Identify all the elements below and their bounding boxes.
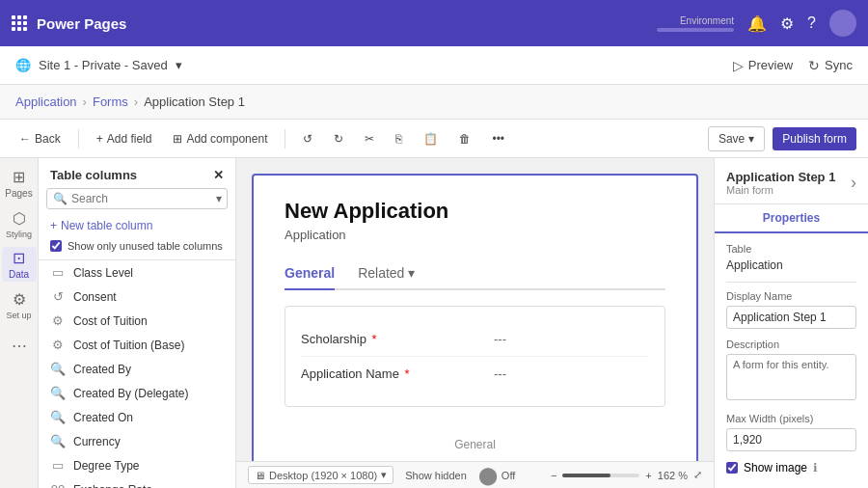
redo-button[interactable]: ↻ xyxy=(326,128,351,149)
breadcrumb-application[interactable]: Application xyxy=(15,95,77,109)
show-hidden-label: Show hidden xyxy=(405,470,467,481)
column-item-currency[interactable]: 🔍Currency xyxy=(39,429,235,453)
site-label[interactable]: Site 1 - Private - Saved xyxy=(39,58,168,72)
breadcrumb-current: Application Step 1 xyxy=(144,95,245,109)
form-tabs: General Related ▾ xyxy=(285,258,665,290)
column-item-degree_type[interactable]: ▭Degree Type xyxy=(39,453,235,477)
zoom-bar: − + 162 % ⤢ xyxy=(551,469,702,481)
apps-icon[interactable] xyxy=(12,15,27,31)
topbar: Power Pages Environment 🔔 ⚙ ? xyxy=(0,0,868,46)
zoom-plus-icon[interactable]: + xyxy=(645,470,651,481)
form-title: New Application xyxy=(285,199,665,224)
tab-related[interactable]: Related ▾ xyxy=(358,258,415,290)
bottom-bar: 🖥 Desktop (1920 × 1080) ▾ Show hidden ⬤ … xyxy=(236,461,714,488)
copy-button[interactable]: ⎘ xyxy=(388,128,410,149)
show-image-checkbox[interactable] xyxy=(726,462,738,474)
toolbar: ← Back + Add field ⊞ Add component ↺ ↻ ✂… xyxy=(0,120,868,158)
settings-icon[interactable]: ⚙ xyxy=(780,14,794,33)
display-name-input[interactable] xyxy=(726,306,856,329)
column-item-exchange_rate[interactable]: 00Exchange Rate xyxy=(39,477,235,488)
related-chevron-icon: ▾ xyxy=(408,265,415,281)
breadcrumb: Application › Forms › Application Step 1 xyxy=(0,85,868,120)
more-button[interactable]: ••• xyxy=(484,128,512,149)
expand-icon[interactable]: ⤢ xyxy=(693,469,702,481)
back-icon: ← xyxy=(19,132,31,146)
tab-properties[interactable]: Properties xyxy=(715,204,868,233)
col-icon-degree_type: ▭ xyxy=(50,458,66,473)
col-icon-created_by: 🔍 xyxy=(50,362,66,376)
add-field-icon: + xyxy=(96,132,103,146)
column-item-created_by[interactable]: 🔍Created By xyxy=(39,357,235,381)
paste-button[interactable]: 📋 xyxy=(416,128,446,149)
form-row-application-name: Application Name * --- xyxy=(301,357,649,391)
site-chevron[interactable]: ▾ xyxy=(176,58,182,72)
display-name-label: Display Name xyxy=(726,290,856,302)
col-icon-cost_of_tuition_base: ⚙ xyxy=(50,338,66,352)
column-item-cost_of_tuition[interactable]: ⚙Cost of Tuition xyxy=(39,309,235,333)
column-item-created_by_delegate[interactable]: 🔍Created By (Delegate) xyxy=(39,381,235,405)
avatar[interactable] xyxy=(829,10,856,37)
tab-general[interactable]: General xyxy=(285,258,335,290)
close-panel-icon[interactable]: ✕ xyxy=(213,168,224,182)
back-button[interactable]: ← Back xyxy=(12,128,68,149)
column-item-class_level[interactable]: ▭Class Level xyxy=(39,260,235,285)
props-title-area: Application Step 1 Main form xyxy=(726,170,835,196)
col-icon-consent: ↺ xyxy=(50,289,66,304)
column-item-consent[interactable]: ↺Consent xyxy=(39,285,235,309)
zoom-minus-icon[interactable]: − xyxy=(551,470,556,481)
application-name-required: * xyxy=(405,366,410,381)
table-value: Application xyxy=(726,258,856,272)
desktop-chevron-icon: ▾ xyxy=(381,469,387,481)
show-image-row: Show image ℹ xyxy=(726,461,856,474)
filter-icon[interactable]: ▾ xyxy=(216,192,222,205)
column-item-cost_of_tuition_base[interactable]: ⚙Cost of Tuition (Base) xyxy=(39,333,235,357)
preview-button[interactable]: ▷ Preview xyxy=(733,58,793,73)
columns-list: ▭Class Level↺Consent⚙Cost of Tuition⚙Cos… xyxy=(39,260,235,488)
props-title: Application Step 1 xyxy=(726,170,835,184)
nav-sidebar: ⊞ Pages ⬡ Styling ⊡ Data ⚙ Set up ⋯ xyxy=(0,158,39,488)
show-unused-row: Show only unused table columns xyxy=(39,236,235,260)
sidebar-item-setup[interactable]: ⚙ Set up xyxy=(2,287,37,322)
main-layout: ⊞ Pages ⬡ Styling ⊡ Data ⚙ Set up ⋯ Tabl… xyxy=(0,158,868,488)
topbar-left: Power Pages xyxy=(12,15,126,32)
column-item-created_on[interactable]: 🔍Created On xyxy=(39,405,235,429)
publish-button[interactable]: Publish form xyxy=(773,127,856,150)
breadcrumb-forms[interactable]: Forms xyxy=(93,95,128,109)
desktop-selector[interactable]: 🖥 Desktop (1920 × 1080) ▾ xyxy=(248,466,393,484)
data-icon: ⊡ xyxy=(13,249,25,267)
help-icon[interactable]: ? xyxy=(807,14,816,32)
delete-button[interactable]: 🗑 xyxy=(451,128,478,149)
application-name-value[interactable]: --- xyxy=(494,366,506,381)
toggle-control[interactable]: ⬤ Off xyxy=(478,465,515,486)
new-table-column-button[interactable]: + New table column xyxy=(39,215,235,236)
search-input[interactable] xyxy=(71,192,216,205)
form-inner: New Application Application General Rela… xyxy=(252,174,698,488)
application-name-label: Application Name * xyxy=(301,366,494,381)
description-textarea[interactable]: A form for this entity. xyxy=(726,354,856,400)
show-unused-checkbox[interactable] xyxy=(50,240,62,252)
sidebar-item-pages[interactable]: ⊞ Pages xyxy=(2,166,37,201)
props-section: Table Application Display Name Descripti… xyxy=(715,233,868,484)
notification-icon[interactable]: 🔔 xyxy=(747,14,767,33)
add-field-button[interactable]: + Add field xyxy=(89,128,160,149)
zoom-track[interactable] xyxy=(562,474,639,477)
cut-button[interactable]: ✂ xyxy=(357,128,382,149)
toolbar-divider-1 xyxy=(78,129,79,149)
sync-button[interactable]: ↻ Sync xyxy=(808,58,853,73)
save-button[interactable]: Save ▾ xyxy=(708,126,765,151)
scholarship-value[interactable]: --- xyxy=(494,332,506,346)
description-label: Description xyxy=(726,339,856,350)
info-icon[interactable]: ℹ xyxy=(813,461,818,474)
add-component-button[interactable]: ⊞ Add component xyxy=(165,128,275,149)
columns-title: Table columns xyxy=(50,168,137,182)
styling-icon: ⬡ xyxy=(13,209,26,228)
sidebar-item-styling[interactable]: ⬡ Styling xyxy=(2,206,37,241)
sidebar-item-more[interactable]: ⋯ xyxy=(2,328,37,363)
site-bar: 🌐 Site 1 - Private - Saved ▾ ▷ Preview ↻… xyxy=(0,46,868,85)
max-width-input[interactable] xyxy=(726,428,856,451)
sidebar-item-data[interactable]: ⊡ Data xyxy=(2,247,37,282)
undo-button[interactable]: ↺ xyxy=(295,128,320,149)
props-chevron-icon[interactable]: › xyxy=(851,173,856,193)
env-info: Environment xyxy=(657,15,734,32)
site-info: 🌐 Site 1 - Private - Saved ▾ xyxy=(15,58,182,72)
